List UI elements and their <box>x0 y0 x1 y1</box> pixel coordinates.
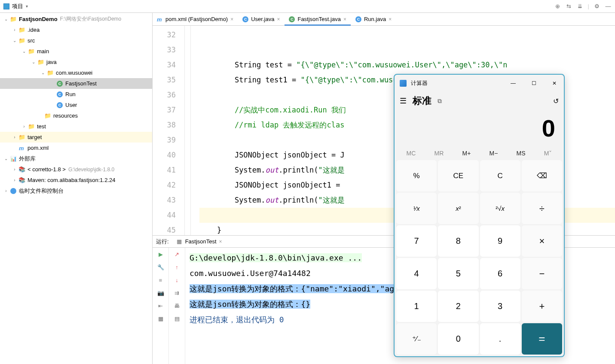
btn-equals[interactable]: = <box>522 323 562 355</box>
tab-run[interactable]: C Run.java × <box>351 13 396 25</box>
mem-mc[interactable]: MC <box>407 150 416 157</box>
btn-8[interactable]: 8 <box>438 225 478 257</box>
tree-target[interactable]: › 📁 target <box>0 132 152 143</box>
console-line: 这就是json转换为对象的格式：{} <box>190 300 310 309</box>
tree-test[interactable]: › 📁 test <box>0 121 152 132</box>
layout-icon[interactable]: ▦ <box>157 315 165 322</box>
close-icon[interactable]: × <box>389 16 392 22</box>
run-tab-label[interactable]: FastjsonTest <box>185 238 217 245</box>
btn-4[interactable]: 4 <box>396 258 437 289</box>
tree-idea[interactable]: › 📁 .idea <box>0 24 152 35</box>
btn-3[interactable]: 3 <box>480 291 520 322</box>
tree-pom[interactable]: m pom.xml <box>0 143 152 153</box>
tree-package[interactable]: ⌄ 📁 com.wusuowei <box>0 67 152 78</box>
mem-ms[interactable]: MS <box>517 150 526 157</box>
tab-user[interactable]: C User.java × <box>238 13 285 25</box>
tab-pom[interactable]: m pom.xml (FastjsonDemo) × <box>153 13 238 25</box>
calc-memory-row: MC MR M+ M− MS M˅ <box>395 148 564 158</box>
hamburger-icon[interactable]: ☰ <box>400 96 407 106</box>
btn-sqrt[interactable]: ²√x <box>480 193 520 224</box>
stop-icon[interactable]: ■ <box>157 276 165 284</box>
tree-run[interactable]: C Run <box>0 89 152 100</box>
btn-6[interactable]: 6 <box>480 258 520 289</box>
close-icon[interactable]: × <box>277 16 280 22</box>
close-icon[interactable]: × <box>230 16 233 22</box>
project-dropdown-icon[interactable]: ▾ <box>26 4 28 9</box>
mem-mv[interactable]: M˅ <box>544 150 552 157</box>
btn-2[interactable]: 2 <box>438 291 478 322</box>
console-cmd: G:\develop\jdk-1.8.0\bin\java.exe ... <box>190 253 362 262</box>
exit-icon[interactable]: ⇤ <box>157 302 165 309</box>
tree-corretto[interactable]: › 📚 < corretto-1.8 > G:\develop\jdk-1.8.… <box>0 164 152 175</box>
history-icon[interactable]: ↺ <box>553 97 559 105</box>
mem-mplus[interactable]: M+ <box>462 150 471 157</box>
pin-icon[interactable]: ⧉ <box>438 97 442 105</box>
target-icon[interactable]: ⊕ <box>554 3 561 10</box>
btn-dot[interactable]: . <box>480 323 520 355</box>
btn-0[interactable]: 0 <box>438 323 478 355</box>
up-icon[interactable]: ↑ <box>173 263 181 271</box>
btn-5[interactable]: 5 <box>438 258 478 289</box>
btn-9[interactable]: 9 <box>480 225 520 257</box>
btn-1[interactable]: 1 <box>396 291 437 322</box>
btn-divide[interactable]: ÷ <box>522 193 562 224</box>
tree-resources[interactable]: 📁 resources <box>0 110 152 121</box>
calc-titlebar[interactable]: 计算器 — ☐ ✕ <box>395 75 564 92</box>
print-icon[interactable]: 🖶 <box>173 302 181 309</box>
run-tools-secondary: ↗ ↑ ↓ ⇉ 🖶 ▤ <box>169 248 185 364</box>
project-tree: ⌄ 📁 FastjsonDemo F:\网络安全\FastjsonDemo › … <box>0 13 153 364</box>
tab-fastjson[interactable]: C FastjsonTest.java × <box>285 13 351 25</box>
minimize-button[interactable]: — <box>509 79 517 88</box>
calc-display: 0 <box>395 110 564 148</box>
arrow-up-icon[interactable]: ↗ <box>173 250 181 258</box>
close-icon[interactable]: × <box>219 239 222 245</box>
camera-icon[interactable]: 📷 <box>157 289 165 297</box>
close-icon[interactable]: × <box>343 16 346 22</box>
calc-mode-label: 标准 <box>413 94 431 107</box>
console-line: 这就是json转换为对象的格式：{"name":"xiaodi","age":3… <box>190 284 422 293</box>
btn-square[interactable]: x² <box>438 193 478 224</box>
class-icon: C <box>242 16 248 22</box>
run-label: 运行: <box>156 238 169 246</box>
btn-multiply[interactable]: × <box>522 225 562 257</box>
tree-maven[interactable]: › 📚 Maven: com.alibaba:fastjson:1.2.24 <box>0 175 152 185</box>
project-toolbar: 项目 ▾ ⊕ ⇆ ⇊ | ⚙ — <box>0 0 615 13</box>
fold-gutter <box>185 26 191 235</box>
tree-main[interactable]: ⌄ 📁 main <box>0 46 152 57</box>
tree-root[interactable]: ⌄ 📁 FastjsonDemo F:\网络安全\FastjsonDemo <box>0 14 152 24</box>
btn-7[interactable]: 7 <box>396 225 437 257</box>
tree-fastjsontest[interactable]: C FastjsonTest <box>0 78 152 89</box>
scroll-icon[interactable]: ⇆ <box>566 3 572 10</box>
btn-c[interactable]: C <box>480 160 520 191</box>
btn-inverse[interactable]: ¹⁄x <box>396 193 437 224</box>
mem-mr[interactable]: MR <box>434 150 444 157</box>
btn-ce[interactable]: CE <box>438 160 478 191</box>
tree-src[interactable]: ⌄ 📁 src <box>0 35 152 46</box>
down-icon[interactable]: ↓ <box>173 276 181 284</box>
btn-subtract[interactable]: − <box>522 258 562 289</box>
wrench-icon[interactable]: 🔧 <box>157 263 165 271</box>
btn-backspace[interactable]: ⌫ <box>522 160 562 191</box>
editor-tabs: m pom.xml (FastjsonDemo) × C User.java ×… <box>153 13 615 26</box>
collapse-icon[interactable]: ⇊ <box>577 3 584 10</box>
tree-java[interactable]: ⌄ 📁 java <box>0 57 152 67</box>
close-button[interactable]: ✕ <box>550 79 559 88</box>
btn-add[interactable]: + <box>522 291 562 322</box>
calc-title-text: 计算器 <box>411 79 428 87</box>
class-icon: C <box>289 16 295 22</box>
play-icon[interactable]: ▶ <box>157 250 165 258</box>
btn-plusminus[interactable]: ⁺⁄₋ <box>396 323 437 355</box>
calculator-window[interactable]: 计算器 — ☐ ✕ ☰ 标准 ⧉ ↺ 0 MC MR M+ M− MS M˅ %… <box>394 74 565 357</box>
maximize-button[interactable]: ☐ <box>529 79 538 88</box>
mem-mminus[interactable]: M− <box>490 150 498 157</box>
tree-scratch[interactable]: › 临时文件和控制台 <box>0 185 152 196</box>
filter-icon[interactable]: ▤ <box>173 315 181 322</box>
tree-extlib[interactable]: ⌄ 外部库 <box>0 153 152 164</box>
btn-percent[interactable]: % <box>396 160 437 191</box>
gear-icon[interactable]: ⚙ <box>594 3 600 10</box>
project-label[interactable]: 项目 <box>12 3 23 10</box>
tree-user[interactable]: C User <box>0 100 152 110</box>
minimize-icon[interactable]: — <box>605 3 612 10</box>
tree-root-label: FastjsonDemo <box>19 16 58 22</box>
wrap-icon[interactable]: ⇉ <box>173 289 181 297</box>
